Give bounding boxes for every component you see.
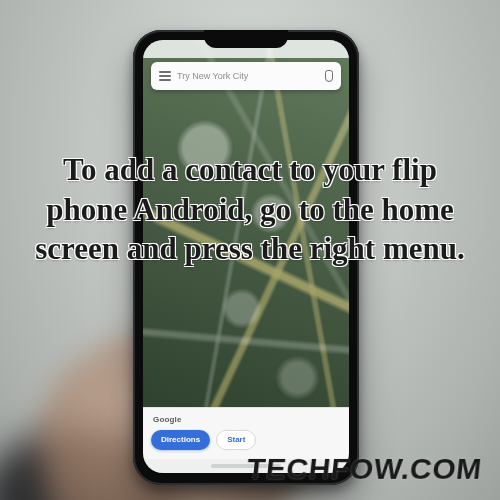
site-watermark: TECHFOW.COM — [245, 452, 483, 486]
overlay-caption: To add a contact to your flip phone Andr… — [0, 150, 500, 269]
image-card: Try New York City Google Directions Star… — [0, 0, 500, 500]
